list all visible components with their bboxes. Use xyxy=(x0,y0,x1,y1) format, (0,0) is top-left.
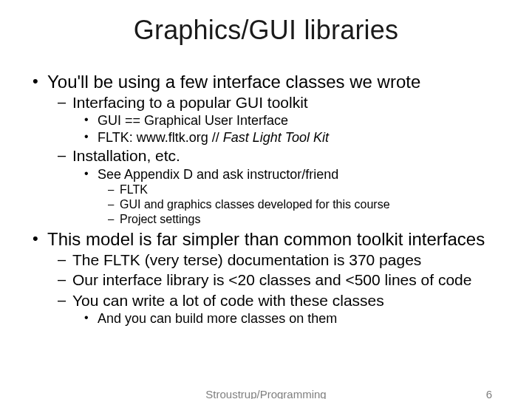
list-item: Project settings xyxy=(98,212,532,227)
sublist: And you can build more classes on them xyxy=(72,310,532,327)
bullet-text: GUI and graphics classes developed for t… xyxy=(120,198,390,211)
sublist: See Appendix D and ask instructor/friend… xyxy=(72,166,532,228)
footer-text: Stroustrup/Programming xyxy=(0,388,532,399)
list-item: The FLTK (very terse) documentation is 3… xyxy=(47,250,532,270)
list-item: FLTK xyxy=(98,183,532,197)
list-item: Interfacing to a popular GUI toolkit GUI… xyxy=(47,93,532,146)
bullet-text: Our interface library is <20 classes and… xyxy=(72,271,471,288)
bullet-text: See Appendix D and ask instructor/friend xyxy=(98,167,338,182)
bullet-list: You'll be using a few interface classes … xyxy=(0,71,532,327)
bullet-text: Installation, etc. xyxy=(72,147,180,164)
list-item: And you can build more classes on them xyxy=(72,310,532,327)
slide-title: Graphics/GUI libraries xyxy=(0,15,532,46)
list-item: Installation, etc. See Appendix D and as… xyxy=(47,146,532,227)
list-item: You can write a lot of code with these c… xyxy=(47,291,532,327)
list-item: GUI == Graphical User Interface xyxy=(72,112,532,129)
bullet-text: Interfacing to a popular GUI toolkit xyxy=(72,94,308,111)
sublist: FLTK GUI and graphics classes developed … xyxy=(98,183,532,227)
list-item: This model is far simpler than common to… xyxy=(0,228,532,327)
bullet-text: You can write a lot of code with these c… xyxy=(72,292,384,309)
list-item: Our interface library is <20 classes and… xyxy=(47,270,532,290)
sublist: GUI == Graphical User Interface FLTK: ww… xyxy=(72,112,532,146)
bullet-text: This model is far simpler than common to… xyxy=(47,229,485,249)
bullet-text: And you can build more classes on them xyxy=(98,311,337,326)
list-item: GUI and graphics classes developed for t… xyxy=(98,197,532,212)
list-item: You'll be using a few interface classes … xyxy=(0,71,532,227)
slide: Graphics/GUI libraries You'll be using a… xyxy=(0,15,532,399)
sublist: The FLTK (very terse) documentation is 3… xyxy=(47,250,532,327)
list-item: FLTK: www.fltk.org // Fast Light Tool Ki… xyxy=(72,129,532,146)
sublist: Interfacing to a popular GUI toolkit GUI… xyxy=(47,93,532,227)
bullet-text: GUI == Graphical User Interface xyxy=(98,113,288,128)
bullet-text-italic: Fast Light Tool Kit xyxy=(223,130,329,145)
bullet-text: Project settings xyxy=(120,213,200,225)
list-item: See Appendix D and ask instructor/friend… xyxy=(72,166,532,228)
bullet-text: FLTK: www.fltk.org // xyxy=(98,130,223,145)
bullet-text: You'll be using a few interface classes … xyxy=(47,72,420,92)
bullet-text: FLTK xyxy=(120,183,148,196)
page-number: 6 xyxy=(486,388,492,399)
bullet-text: The FLTK (very terse) documentation is 3… xyxy=(72,251,421,268)
